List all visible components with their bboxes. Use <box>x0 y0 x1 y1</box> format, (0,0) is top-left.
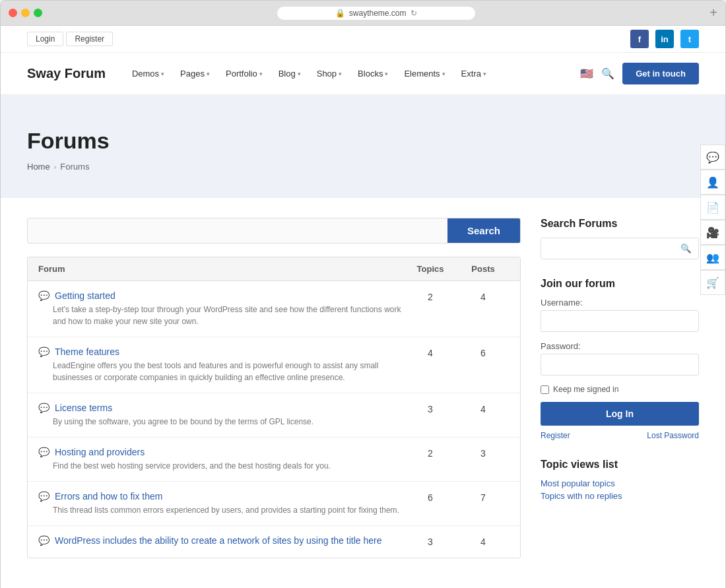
nav-item-shop[interactable]: Shop ▾ <box>310 65 348 82</box>
close-dot[interactable] <box>9 9 17 17</box>
sidebar-topic-views-section: Topic views list Most popular topics Top… <box>541 459 699 501</box>
browser-titlebar: 🔒 swaytheme.com ↻ + <box>1 1 725 26</box>
utility-bar: Login Register f in t <box>1 26 725 53</box>
facebook-icon[interactable]: f <box>630 30 649 48</box>
sidebar-search-section: Search Forums 🔍 <box>541 218 699 259</box>
keep-signed-in-checkbox[interactable] <box>541 385 549 394</box>
url-pill[interactable]: 🔒 swaytheme.com ↻ <box>277 7 475 20</box>
nav-menu: Demos ▾ Pages ▾ Portfolio ▾ Blog ▾ Shop <box>125 65 580 82</box>
browser-traffic-lights <box>9 9 42 17</box>
register-button[interactable]: Register <box>66 32 113 46</box>
flag-icon[interactable]: 🇺🇸 <box>580 67 593 80</box>
cart-float-icon[interactable]: 🛒 <box>700 270 725 295</box>
refresh-icon[interactable]: ↻ <box>411 9 417 18</box>
chevron-down-icon: ▾ <box>259 71 263 77</box>
register-link[interactable]: Register <box>541 431 570 440</box>
breadcrumb-home[interactable]: Home <box>27 162 50 172</box>
forum-row-info: 💬 Hosting and providers Find the best we… <box>38 447 404 472</box>
forum-row-info: 💬 Theme features LeadEngine offers you t… <box>38 346 404 383</box>
user-float-icon[interactable]: 👤 <box>700 170 725 195</box>
forum-row-title: 💬 License terms <box>38 403 404 413</box>
new-tab-button[interactable]: + <box>710 5 717 20</box>
cta-button[interactable]: Get in touch <box>622 63 699 84</box>
lost-password-link[interactable]: Lost Password <box>647 431 699 440</box>
chevron-down-icon: ▾ <box>385 71 388 77</box>
nav-item-extra[interactable]: Extra ▾ <box>455 65 493 82</box>
chevron-down-icon: ▾ <box>442 71 446 77</box>
table-row: 💬 Errors and how to fix them This thread… <box>28 482 520 526</box>
nav-item-pages[interactable]: Pages ▾ <box>174 65 216 82</box>
nav-item-portfolio[interactable]: Portfolio ▾ <box>219 65 269 82</box>
forum-search-input[interactable] <box>28 218 447 243</box>
table-row: 💬 Theme features LeadEngine offers you t… <box>28 337 520 393</box>
sidebar-join-title: Join our forum <box>541 278 699 290</box>
forum-row-title: 💬 Getting started <box>38 290 404 301</box>
table-row: 💬 Hosting and providers Find the best we… <box>28 438 520 482</box>
nav-actions: 🇺🇸 🔍 Get in touch <box>580 63 699 84</box>
password-input[interactable] <box>541 354 699 376</box>
linkedin-icon[interactable]: in <box>655 30 674 48</box>
person-plus-float-icon[interactable]: 👥 <box>700 245 725 270</box>
post-count: 6 <box>457 346 510 358</box>
forum-search-bar: Search <box>27 218 521 244</box>
chat-icon: 💬 <box>38 346 50 357</box>
nav-item-blog[interactable]: Blog ▾ <box>272 65 308 82</box>
url-text: swaytheme.com <box>349 9 407 18</box>
post-count: 4 <box>457 290 510 302</box>
hero-banner: Forums Home › Forums <box>1 95 725 198</box>
list-item[interactable]: Topics with no replies <box>541 491 699 501</box>
forum-description: By using the software, you agree to be b… <box>38 416 404 428</box>
forum-row-info: 💬 Getting started Let's take a step-by-s… <box>38 290 404 327</box>
content-wrapper: Search Forum Topics Posts 💬 Ge <box>1 198 725 578</box>
document-float-icon[interactable]: 📄 <box>700 195 725 220</box>
maximize-dot[interactable] <box>34 9 42 17</box>
forum-link[interactable]: WordPress includes the ability to create… <box>55 535 381 546</box>
forum-search-button[interactable]: Search <box>447 218 520 243</box>
chat-icon: 💬 <box>38 403 50 413</box>
sidebar: Search Forums 🔍 Join our forum Username:… <box>541 218 699 558</box>
forum-row-info: 💬 License terms By using the software, y… <box>38 403 404 428</box>
username-input[interactable] <box>541 310 699 332</box>
forum-row-title: 💬 WordPress includes the ability to crea… <box>38 535 404 546</box>
video-float-icon[interactable]: 🎥 <box>700 220 725 245</box>
forum-link[interactable]: Errors and how to fix them <box>55 491 162 502</box>
nav-item-elements[interactable]: Elements ▾ <box>397 65 451 82</box>
table-row: 💬 License terms By using the software, y… <box>28 393 520 438</box>
forum-link[interactable]: License terms <box>55 403 112 413</box>
social-links: f in t <box>630 30 699 48</box>
sidebar-search-input[interactable] <box>541 238 674 259</box>
minimize-dot[interactable] <box>21 9 30 17</box>
table-row: 💬 WordPress includes the ability to crea… <box>28 526 520 558</box>
post-count: 7 <box>457 491 510 503</box>
keep-signed-in-row: Keep me signed in <box>541 385 699 394</box>
page-title: Forums <box>27 128 699 154</box>
forum-row-info: 💬 WordPress includes the ability to crea… <box>38 535 404 548</box>
topic-count: 3 <box>404 535 457 547</box>
username-label: Username: <box>541 298 699 308</box>
sidebar-search-icon-button[interactable]: 🔍 <box>674 238 698 259</box>
forum-link[interactable]: Getting started <box>55 290 116 301</box>
forum-row-title: 💬 Errors and how to fix them <box>38 491 404 502</box>
nav-item-blocks[interactable]: Blocks ▾ <box>351 65 395 82</box>
list-item[interactable]: Most popular topics <box>541 478 699 488</box>
nav-item-demos[interactable]: Demos ▾ <box>125 65 171 82</box>
username-field-group: Username: <box>541 298 699 332</box>
col-posts: Posts <box>457 264 510 274</box>
chat-icon: 💬 <box>38 447 50 457</box>
login-button[interactable]: Login <box>27 32 63 46</box>
search-icon[interactable]: 🔍 <box>601 67 614 80</box>
forum-description: LeadEngine offers you the best tools and… <box>38 360 404 383</box>
login-submit-button[interactable]: Log In <box>541 402 699 426</box>
col-topics: Topics <box>404 264 457 274</box>
keep-signed-in-label: Keep me signed in <box>553 385 618 394</box>
forum-link[interactable]: Hosting and providers <box>55 447 145 457</box>
site-title[interactable]: Sway Forum <box>27 66 106 81</box>
twitter-icon[interactable]: t <box>680 30 699 48</box>
website-content: Login Register f in t Sway Forum Demos ▾… <box>1 26 725 588</box>
main-content: Search Forum Topics Posts 💬 Ge <box>27 218 521 558</box>
forum-link[interactable]: Theme features <box>55 346 119 357</box>
chat-float-icon[interactable]: 💬 <box>700 145 725 170</box>
chevron-down-icon: ▾ <box>339 71 342 77</box>
password-field-group: Password: <box>541 341 699 376</box>
form-links: Register Lost Password <box>541 431 699 440</box>
